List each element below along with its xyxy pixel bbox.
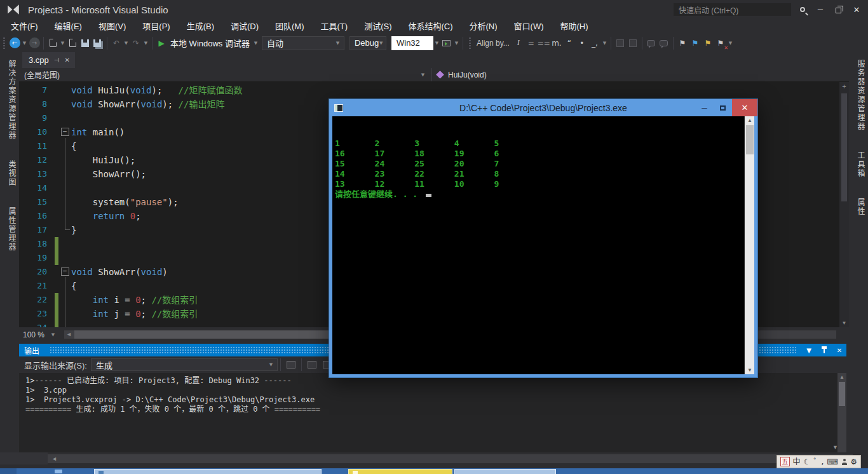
output-vertical-scrollbar[interactable]: ▲ <box>837 373 846 452</box>
platform-combo-caret-icon[interactable]: ▼ <box>433 41 440 46</box>
ime-punctuation-icon[interactable]: ゜, <box>813 458 824 466</box>
navigate-forward-icon[interactable]: → <box>29 37 40 48</box>
attach-to-process-icon[interactable] <box>442 40 451 46</box>
ime-shape-wubi[interactable]: 五 <box>780 457 790 466</box>
close-tab-icon[interactable]: ✕ <box>65 57 70 64</box>
ime-language-bar[interactable]: 五中☾゜,⌨⚙ <box>776 455 861 468</box>
menu-item[interactable]: 分析(N) <box>461 19 506 34</box>
scroll-down-icon[interactable]: ▼ <box>745 367 755 373</box>
side-tab[interactable]: 属性 <box>851 193 866 222</box>
configuration-combo[interactable]: Debug ▼ <box>349 36 386 50</box>
align-by-button[interactable]: Align by... <box>474 39 512 48</box>
find-message-icon[interactable] <box>287 361 295 369</box>
console-scrollbar[interactable]: ▲ ▼ <box>744 116 754 374</box>
toolbar-grip[interactable] <box>3 37 5 49</box>
comment-bubble-icon[interactable] <box>647 40 655 46</box>
taskbar-button[interactable] <box>454 469 556 474</box>
menu-item[interactable]: 帮助(H) <box>552 19 597 34</box>
fold-collapse-button[interactable]: − <box>61 128 69 136</box>
menu-item[interactable]: 工具(T) <box>313 19 356 34</box>
platform-combo[interactable]: Win32 <box>391 36 433 50</box>
save-all-icon[interactable] <box>93 39 101 47</box>
ime-person-icon[interactable] <box>841 459 848 465</box>
window-position-icon[interactable]: ▼ <box>802 347 816 354</box>
minimize-button[interactable]: ─ <box>814 5 827 15</box>
align-overflow-icon[interactable]: ▼ <box>601 41 608 46</box>
new-file-icon[interactable] <box>50 39 57 47</box>
scroll-left-icon[interactable]: ◄ <box>51 454 57 463</box>
debug-target-button[interactable]: 本地 Windows 调试器 <box>170 37 250 49</box>
auto-combo[interactable]: 自动 ▼ <box>262 36 344 50</box>
build-output-text[interactable]: 1>------ 已启动生成: 项目: Project3, 配置: Debug … <box>19 373 846 414</box>
taskbar-tray-icon[interactable] <box>55 470 62 473</box>
close-panel-icon[interactable]: ✕ <box>832 347 846 354</box>
scrollbar-track[interactable]: ◄ ► <box>48 454 853 463</box>
side-tab[interactable]: 属性管理器 <box>2 201 17 257</box>
member-dropdown[interactable]: HuiJu(void) <box>432 68 849 81</box>
undo-dropdown-icon[interactable]: ▼ <box>123 41 130 46</box>
side-tab[interactable]: 解决方案资源管理器 <box>2 54 17 146</box>
side-tab[interactable]: 服务器资源管理器 <box>851 54 866 137</box>
side-tab[interactable]: 类视图 <box>2 154 17 193</box>
show-hidden-icons-chevron[interactable]: ▼ <box>832 444 838 450</box>
align-quotes-icon[interactable]: “ <box>563 35 576 51</box>
save-icon[interactable] <box>81 39 89 47</box>
document-tab[interactable]: 3.cpp ⊣ ✕ <box>22 52 75 68</box>
zoom-level-dropdown[interactable]: 100 % ▼ <box>19 330 60 339</box>
clear-bookmarks-icon[interactable]: ⚑ <box>714 35 727 51</box>
toolbar-overflow-icon[interactable]: ▼ <box>453 41 460 46</box>
start-debugging-icon[interactable]: ▶ <box>155 35 168 51</box>
menu-item[interactable]: 编辑(E) <box>46 19 90 34</box>
ime-keyboard-icon[interactable]: ⌨ <box>827 458 837 466</box>
menu-item[interactable]: 文件(F) <box>3 19 46 34</box>
menu-item[interactable]: 视图(V) <box>90 19 134 34</box>
ime-lang-chinese[interactable]: 中 <box>793 458 801 466</box>
redo-dropdown-icon[interactable]: ▼ <box>142 41 149 46</box>
toolbar-grip[interactable] <box>469 37 471 49</box>
ime-fullwidth-moon-icon[interactable]: ☾ <box>804 458 811 466</box>
debug-target-dropdown-icon[interactable]: ▼ <box>252 41 259 46</box>
disabled-tool-icon[interactable] <box>616 39 624 47</box>
console-maximize-button[interactable] <box>714 99 732 116</box>
output-source-dropdown[interactable]: 生成 ▼ <box>91 358 278 371</box>
align-dot-icon[interactable]: • <box>576 35 588 51</box>
close-button[interactable]: ✕ <box>850 5 863 15</box>
menu-item[interactable]: 团队(M) <box>267 19 313 34</box>
scroll-up-icon[interactable]: ▲ <box>837 374 846 380</box>
console-minimize-button[interactable]: ─ <box>695 99 714 116</box>
menu-item[interactable]: 测试(S) <box>356 19 400 34</box>
scrollbar-thumb[interactable] <box>839 382 845 406</box>
align-equals-icon[interactable]: = <box>525 35 538 51</box>
start-button[interactable] <box>0 468 17 474</box>
scroll-up-icon[interactable]: ▲ <box>745 118 755 123</box>
fold-collapse-button[interactable]: − <box>61 267 69 276</box>
align-members-icon[interactable]: m. <box>550 35 563 51</box>
menu-item[interactable]: 项目(P) <box>134 19 178 34</box>
ime-settings-icon[interactable]: ⚙ <box>850 458 857 466</box>
add-item-icon[interactable] <box>69 39 76 47</box>
console-title-bar[interactable]: D:\C++ Code\Project3\Debug\Project3.exe … <box>329 99 757 116</box>
align-underscore-icon[interactable]: _, <box>588 35 601 51</box>
scroll-left-icon[interactable]: ◄ <box>66 330 72 339</box>
bottom-horizontal-scrollbar[interactable]: ◄ ► <box>0 452 868 464</box>
menu-item[interactable]: 调试(D) <box>222 19 267 34</box>
menu-item[interactable]: 体系结构(C) <box>400 19 461 34</box>
windows-taskbar[interactable] <box>0 468 868 474</box>
menu-item[interactable]: 生成(B) <box>179 19 222 34</box>
console-close-button[interactable]: ✕ <box>732 99 757 116</box>
comment-bubble-off-icon[interactable] <box>660 40 668 46</box>
align-double-equals-icon[interactable]: == <box>538 35 550 51</box>
search-icon[interactable] <box>800 7 805 12</box>
undo-icon[interactable]: ↶ <box>110 35 123 51</box>
menu-item[interactable]: 窗口(W) <box>506 19 552 34</box>
disabled-tool-icon[interactable] <box>629 39 637 47</box>
console-window[interactable]: D:\C++ Code\Project3\Debug\Project3.exe … <box>329 98 758 378</box>
navigate-back-icon[interactable]: ← <box>10 37 20 48</box>
scope-dropdown[interactable]: (全局范围) ▼ <box>19 68 432 81</box>
next-bookmark-icon[interactable]: ⚑ <box>702 35 714 51</box>
new-file-dropdown-icon[interactable]: ▼ <box>59 41 66 46</box>
ibeam-icon[interactable]: I <box>512 35 525 51</box>
console-body[interactable]: 1 2 3 4 5 16 17 18 19 6 15 24 25 20 7 14… <box>332 116 754 374</box>
side-tab[interactable]: 工具箱 <box>851 146 866 184</box>
auto-hide-pin-icon[interactable] <box>821 346 827 354</box>
